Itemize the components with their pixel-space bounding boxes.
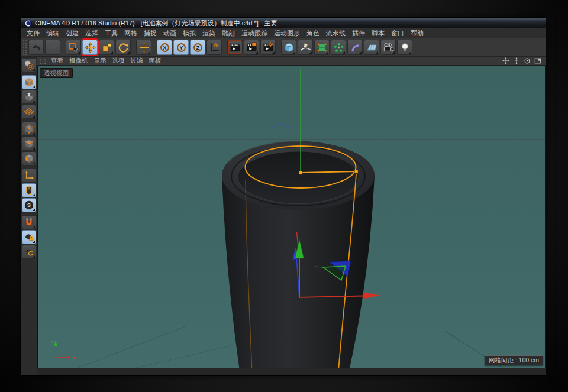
- selected-center-point[interactable]: [299, 171, 303, 175]
- menu-item[interactable]: 动画: [163, 29, 177, 38]
- lock-z-axis-button[interactable]: Z: [190, 40, 205, 55]
- workplane-mode-button[interactable]: [22, 105, 36, 119]
- menu-item[interactable]: 插件: [351, 29, 366, 38]
- pen-icon: [300, 42, 311, 53]
- menu-item[interactable]: 流水线: [325, 29, 346, 38]
- svg-text:Z: Z: [196, 44, 199, 50]
- menu-item[interactable]: 运动图形: [273, 29, 301, 38]
- menu-item[interactable]: 雕刻: [221, 29, 235, 38]
- move-tool-button[interactable]: [82, 40, 98, 55]
- render-view-button[interactable]: [227, 40, 243, 55]
- title-bar: CINEMA 4D R17.016 Studio (R17) - [电池案例（灯…: [21, 18, 546, 28]
- viewport-grip-icon[interactable]: [40, 58, 46, 64]
- menu-item[interactable]: 文件: [26, 29, 40, 38]
- menu-item[interactable]: 帮助: [410, 29, 424, 38]
- camera-button[interactable]: [380, 40, 396, 55]
- rotate-icon: [118, 42, 129, 53]
- polygons-mode-button[interactable]: [22, 151, 36, 166]
- dolly-view-icon[interactable]: [512, 57, 521, 65]
- enable-axis-icon: [24, 170, 34, 181]
- undo-button[interactable]: [28, 40, 44, 55]
- primitive-cube-button[interactable]: [281, 40, 296, 55]
- snap-enable-button[interactable]: [22, 215, 36, 229]
- live-selection-button[interactable]: [66, 40, 81, 55]
- rotate-tool-button[interactable]: [115, 40, 131, 55]
- make-editable-button[interactable]: [22, 58, 36, 72]
- texture-mode-icon: [24, 92, 34, 102]
- undo-icon: [31, 42, 42, 53]
- menu-item[interactable]: 创建: [65, 29, 79, 38]
- redo-button[interactable]: [45, 40, 60, 55]
- lock-y-axis-button[interactable]: Y: [173, 40, 189, 55]
- workplane-mode-icon: [24, 106, 34, 117]
- menu-item[interactable]: 脚本: [371, 29, 385, 38]
- coordinate-system-button[interactable]: [206, 40, 222, 55]
- axis-letter-icon: Y: [176, 42, 187, 53]
- toggle-layout-icon[interactable]: [534, 57, 542, 65]
- planar-workplane-button[interactable]: [22, 245, 36, 259]
- live-selection-icon: [68, 42, 79, 53]
- environment-floor-button[interactable]: [364, 40, 379, 55]
- floor-icon: [366, 42, 377, 53]
- viewport-menu-item[interactable]: 显示: [94, 57, 106, 65]
- menu-item[interactable]: 编辑: [46, 29, 60, 38]
- menu-item[interactable]: 选择: [85, 29, 99, 38]
- menu-item[interactable]: 窗口: [390, 29, 405, 38]
- texture-mode-button[interactable]: [22, 90, 36, 104]
- scale-icon: [101, 42, 112, 53]
- lock-x-axis-button[interactable]: X: [157, 40, 172, 55]
- selected-rim-point[interactable]: [355, 170, 359, 174]
- menu-item[interactable]: 工具: [104, 29, 118, 38]
- axis-x-label: X: [72, 355, 76, 361]
- magnet-icon: [24, 217, 34, 228]
- tweak-mode-icon: [24, 185, 34, 196]
- toolbar-grip[interactable]: [22, 40, 27, 55]
- axis-y-label: Y: [51, 341, 54, 345]
- deformer-icon: [350, 42, 361, 53]
- planar-workplane-icon: [24, 247, 34, 257]
- render-settings-icon: [263, 42, 274, 53]
- rotate-view-icon[interactable]: [523, 57, 531, 65]
- deformer-button[interactable]: [347, 40, 363, 55]
- viewport-menu-item[interactable]: 查看: [51, 57, 63, 65]
- points-mode-button[interactable]: [22, 122, 36, 136]
- edges-mode-button[interactable]: [22, 137, 36, 151]
- menu-item[interactable]: 捕捉: [143, 29, 157, 38]
- menu-item[interactable]: 模拟: [182, 29, 196, 38]
- spline-pen-button[interactable]: [298, 40, 313, 55]
- enable-axis-button[interactable]: [22, 169, 36, 183]
- viewport-menu-item[interactable]: 选项: [112, 57, 125, 65]
- snap-3d-button[interactable]: S: [22, 198, 36, 212]
- scale-tool-button[interactable]: [99, 40, 114, 55]
- window-title: CINEMA 4D R17.016 Studio (R17) - [电池案例（灯…: [35, 19, 277, 28]
- svg-text:Y: Y: [179, 44, 183, 50]
- light-button[interactable]: [397, 40, 412, 55]
- render-view-icon: [230, 42, 241, 53]
- mode-sidebar: S: [21, 57, 37, 375]
- last-used-tool-button[interactable]: [136, 40, 151, 55]
- tweak-mode-button[interactable]: [22, 183, 36, 197]
- viewport-canvas[interactable]: Y X: [38, 66, 546, 368]
- pan-view-icon[interactable]: [502, 57, 510, 65]
- menu-item[interactable]: 网格: [124, 29, 138, 38]
- axis-letter-icon: X: [159, 42, 170, 53]
- viewport-menu-bar: 查看摄像机显示选项过滤面板: [37, 57, 546, 66]
- menu-item[interactable]: 运动跟踪: [241, 29, 268, 38]
- lock-workplane-button[interactable]: [22, 230, 36, 244]
- menu-item[interactable]: 角色: [306, 29, 320, 38]
- viewport-menu-item[interactable]: 面板: [149, 57, 162, 65]
- viewport[interactable]: Y X 透视视图 网格间距 : 100 cm: [37, 66, 546, 368]
- subdivision-surface-button[interactable]: [314, 40, 330, 55]
- svg-text:S: S: [27, 202, 31, 208]
- array-generator-button[interactable]: [331, 40, 346, 55]
- toolbar: XYZ: [21, 38, 546, 57]
- camera-icon: [383, 42, 394, 53]
- subd-icon: [317, 42, 328, 53]
- model-mode-button[interactable]: [22, 75, 36, 89]
- render-settings-button[interactable]: [260, 40, 276, 55]
- menu-item[interactable]: 渲染: [202, 29, 216, 38]
- render-picture-viewer-button[interactable]: [244, 40, 259, 55]
- viewport-menu-item[interactable]: 摄像机: [69, 57, 88, 65]
- viewport-menu-item[interactable]: 过滤: [131, 57, 143, 65]
- cinema4d-logo-icon: [24, 20, 32, 27]
